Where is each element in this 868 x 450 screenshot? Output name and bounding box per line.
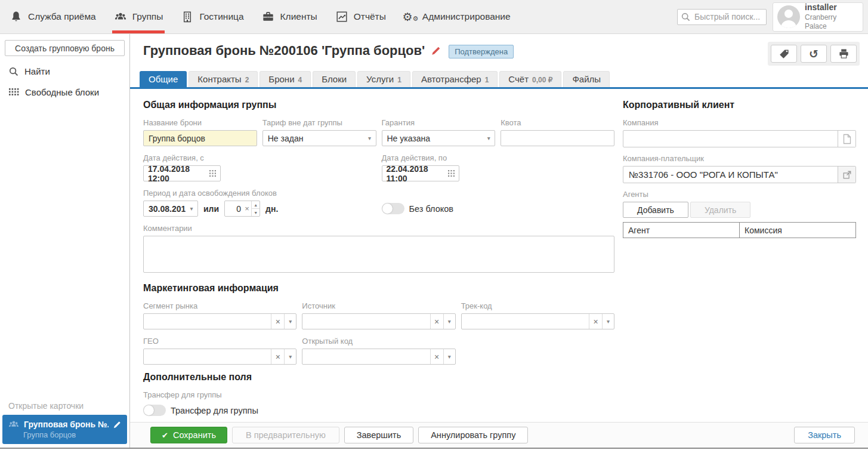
nav-item-reports[interactable]: Отчёты <box>326 0 395 33</box>
open-card-group-booking[interactable]: Групповая бронь №... Группа борцов <box>2 415 127 444</box>
tab-bookings[interactable]: Брони4 <box>260 71 311 87</box>
calendar-grid-icon[interactable] <box>209 170 216 177</box>
open-payer-card-button[interactable] <box>838 167 855 183</box>
step-up-icon[interactable]: ▲ <box>252 201 260 209</box>
date-from-input[interactable]: 17.04.2018 12:00 <box>143 165 221 181</box>
open-card-subtitle: Группа борцов <box>8 430 122 439</box>
release-days-stepper[interactable]: 0 × ▲ ▼ <box>224 201 260 217</box>
agents-section: Агенты Добавить Удалить Агент Комиссия <box>623 190 856 238</box>
annul-group-button[interactable]: Аннулировать группу <box>418 427 528 443</box>
tab-badge: 4 <box>298 76 302 84</box>
nav-item-administration[interactable]: ⚙⚙ Администрирование <box>395 0 520 33</box>
nav-item-hotel[interactable]: Гостиница <box>172 0 252 33</box>
sidebar-item-find[interactable]: Найти <box>0 61 129 82</box>
edit-title-pencil-icon[interactable] <box>431 45 441 56</box>
group-info-column: Общая информация группы Название брони Т… <box>143 95 614 422</box>
create-group-booking-button[interactable]: Создать групповую бронь <box>5 40 125 56</box>
field-payer-company: Компания-плательщик №331706 - ООО "РОГА … <box>623 154 856 183</box>
chevron-down-icon[interactable]: ▾ <box>284 349 296 364</box>
quick-search-input[interactable] <box>677 9 767 25</box>
nav-item-groups[interactable]: Группы <box>105 0 172 33</box>
nav-item-clients[interactable]: Клиенты <box>253 0 326 33</box>
to-preliminary-button: В предварительную <box>232 427 339 443</box>
group-transfer-toggle[interactable] <box>143 405 166 416</box>
chevron-down-icon[interactable]: ▾ <box>186 201 197 216</box>
print-button[interactable] <box>830 45 857 63</box>
chevron-down-icon[interactable]: ▾ <box>443 314 455 329</box>
quota-input[interactable] <box>501 130 614 146</box>
company-value[interactable] <box>623 131 838 147</box>
chevron-down-icon[interactable]: ▾ <box>602 314 614 329</box>
sidebar-item-free-blocks[interactable]: Свободные блоки <box>0 82 129 103</box>
bell-icon <box>10 10 23 23</box>
step-down-icon[interactable]: ▼ <box>252 209 260 216</box>
market-segment-combo[interactable]: × ▾ <box>143 313 296 329</box>
user-menu[interactable]: installer Cranberry Palace <box>773 2 863 32</box>
nav-item-front-desk[interactable]: Служба приёма <box>0 0 105 33</box>
selected-value: 30.08.2018 <box>144 204 186 214</box>
company-input-group <box>623 130 856 147</box>
date-to-input[interactable]: 22.04.2018 11:00 <box>382 165 459 181</box>
finish-button[interactable]: Завершить <box>344 427 413 443</box>
chevron-down-icon[interactable]: ▾ <box>284 314 296 329</box>
open-code-combo[interactable]: × ▾ <box>302 349 455 365</box>
guarantee-select[interactable]: Не указана ▾ <box>382 130 496 146</box>
sidebar: Создать групповую бронь Найти Свободные … <box>0 34 130 448</box>
field-label: Компания-плательщик <box>623 154 856 163</box>
calendar-grid-icon[interactable] <box>448 170 455 177</box>
clear-icon[interactable]: × <box>589 314 602 329</box>
tab-autotransfer[interactable]: Автотрансфер1 <box>412 71 498 87</box>
days-unit-label: дн. <box>265 204 278 214</box>
field-label: Дата действия, с <box>143 153 257 162</box>
chevron-down-icon[interactable]: ▾ <box>364 131 376 146</box>
source-combo[interactable]: × ▾ <box>302 313 455 329</box>
open-cards-label: Открытые карточки <box>0 397 129 415</box>
tab-contracts[interactable]: Контракты2 <box>189 71 258 87</box>
clear-icon[interactable]: × <box>271 314 284 329</box>
chevron-down-icon[interactable]: ▾ <box>483 131 495 146</box>
stepper-buttons: ▲ ▼ <box>251 201 260 216</box>
gears-icon: ⚙⚙ <box>404 10 417 23</box>
tab-invoice[interactable]: Счёт0,00 ₽ <box>499 71 561 87</box>
tab-general[interactable]: Общие <box>140 71 187 87</box>
search-icon <box>9 67 18 76</box>
release-date-select[interactable]: 30.08.2018 ▾ <box>143 201 198 217</box>
tab-files[interactable]: Файлы <box>563 71 610 87</box>
page-title: Групповая бронь №200106 'Группа борцов' <box>143 42 425 60</box>
field-label: Трек-код <box>461 301 614 310</box>
tab-services[interactable]: Услуги1 <box>357 71 410 87</box>
user-property: Cranberry Palace <box>805 13 858 31</box>
geo-combo[interactable]: × ▾ <box>143 349 296 365</box>
payer-value[interactable]: №331706 - ООО "РОГА И КОПЫТА" <box>623 167 838 183</box>
payer-input-group: №331706 - ООО "РОГА И КОПЫТА" <box>623 166 856 183</box>
save-button[interactable]: ✔ Сохранить <box>150 427 227 443</box>
field-label: Трансфер для группы <box>143 390 614 399</box>
tag-icon <box>779 48 790 60</box>
tab-blocks[interactable]: Блоки <box>313 71 356 87</box>
no-blocks-toggle[interactable] <box>382 203 404 214</box>
selected-value: Не задан <box>263 134 364 143</box>
clear-icon[interactable]: × <box>430 349 443 364</box>
field-market-segment: Сегмент рынка × ▾ <box>143 301 296 329</box>
field-label: Гарантия <box>382 118 496 127</box>
user-name: installer <box>805 2 858 13</box>
nav-label: Группы <box>132 11 163 22</box>
open-company-card-button[interactable] <box>838 131 855 147</box>
stepper-value: 0 <box>225 201 243 216</box>
tags-button[interactable] <box>771 45 797 63</box>
comments-textarea[interactable] <box>143 236 614 273</box>
clear-icon[interactable]: × <box>243 201 251 216</box>
chevron-down-icon[interactable]: ▾ <box>443 349 455 364</box>
sidebar-item-label: Свободные блоки <box>25 87 99 97</box>
clear-icon[interactable]: × <box>271 349 284 364</box>
history-button[interactable]: ↺ <box>801 45 827 63</box>
close-button[interactable]: Закрыть <box>794 427 855 443</box>
track-code-combo[interactable]: × ▾ <box>461 313 614 329</box>
pencil-icon[interactable] <box>113 420 122 429</box>
field-label: Открытый код <box>302 337 455 346</box>
tariff-select[interactable]: Не задан ▾ <box>262 130 376 146</box>
top-navigation-bar: Служба приёма Группы Гостиница Клиенты О… <box>0 0 868 34</box>
add-agent-button[interactable]: Добавить <box>623 202 688 218</box>
clear-icon[interactable]: × <box>430 314 443 329</box>
booking-name-input[interactable] <box>143 130 257 146</box>
